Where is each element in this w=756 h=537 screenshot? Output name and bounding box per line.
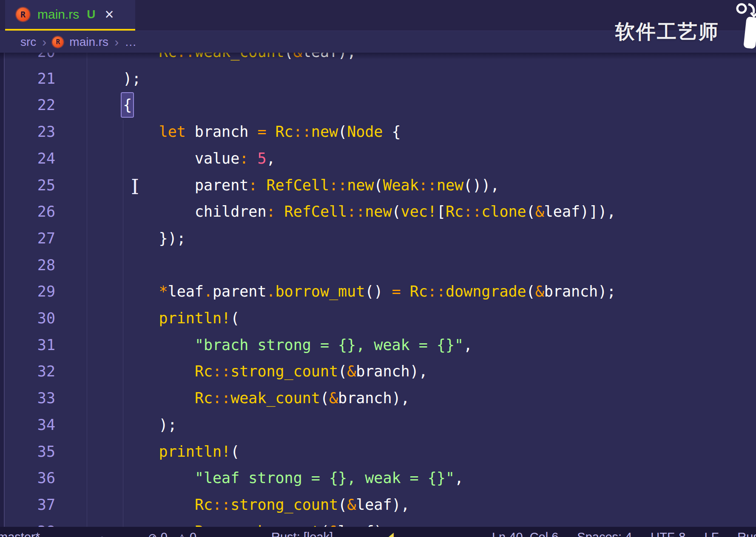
line-number: 33 [0, 385, 55, 412]
code-line: 36 "leaf strong = {}, weak = {}", [0, 465, 756, 492]
code-line: 25 parent: RefCell::new(Weak::new()), [0, 172, 756, 199]
breadcrumb-file[interactable]: main.rs [69, 35, 108, 49]
code-text: parent: RefCell::new(Weak::new()), [87, 172, 499, 199]
line-number: 34 [0, 412, 55, 438]
channel-watermark: 软件工艺师 [615, 19, 719, 45]
line-number: 29 [0, 278, 55, 305]
warning-count: 0 [190, 530, 196, 537]
encoding-status[interactable]: UTF-8 [651, 529, 685, 537]
code-line: 37 Rc::strong_count(&leaf), [0, 492, 756, 518]
code-text: "leaf strong = {}, weak = {}", [87, 465, 463, 492]
rust-analyzer-status[interactable]: Rust: [leak] [271, 529, 333, 537]
line-number: 25 [0, 172, 55, 199]
code-text: }); [87, 225, 186, 252]
code-text: value: 5, [87, 145, 276, 172]
line-number: 26 [0, 198, 55, 225]
ibeam-cursor: I [131, 175, 139, 199]
code-line: 31 "brach strong = {}, weak = {}", [0, 332, 756, 359]
code-line: 32 Rc::strong_count(&branch), [0, 358, 756, 385]
line-number: 32 [0, 358, 55, 385]
code-text: *leaf.parent.borrow_mut() = Rc::downgrad… [87, 278, 616, 305]
code-line: 28 [0, 252, 756, 279]
code-text: Rc::weak_count(&leaf) [87, 518, 383, 527]
channel-logo-icon [736, 2, 756, 52]
close-icon[interactable]: × [105, 7, 114, 22]
code-line: 30 println!( [0, 305, 756, 332]
line-number: 38 [0, 518, 55, 527]
line-number: 22 [0, 92, 55, 119]
code-text: ); [87, 65, 141, 92]
code-line: 38 Rc::weak_count(&leaf) [0, 518, 756, 527]
sync-cloud-icon[interactable]: ☁ [94, 529, 107, 537]
code-line: 26 children: RefCell::new(vec![Rc::clone… [0, 198, 756, 225]
mouse-pointer-icon: ➤ [386, 529, 397, 537]
line-number: 27 [0, 225, 55, 252]
line-number: 35 [0, 438, 55, 465]
code-line: 23 let branch = Rc::new(Node { [0, 119, 756, 145]
code-text: { [87, 92, 132, 119]
code-text: println!( [87, 438, 239, 465]
git-branch-status[interactable]: master* [0, 529, 40, 537]
line-number: 23 [0, 119, 55, 145]
code-text: children: RefCell::new(vec![Rc::clone(&l… [87, 198, 616, 225]
git-untracked-badge: U [87, 8, 95, 21]
chevron-right-icon: › [114, 35, 119, 49]
rust-file-icon: R [52, 37, 63, 48]
code-line: 21 ); [0, 65, 756, 92]
code-text: Rc::weak_count(&leaf), [87, 53, 356, 65]
cursor-position-status[interactable]: Ln 40, Col 6 [492, 529, 558, 537]
status-right-group: Ln 40, Col 6 Spaces: 4 UTF-8 LF Rust [492, 529, 756, 537]
line-number: 28 [0, 252, 55, 279]
code-line: 35 println!( [0, 438, 756, 465]
code-line: 24 value: 5, [0, 145, 756, 172]
code-line: 33 Rc::weak_count(&branch), [0, 385, 756, 412]
line-number: 31 [0, 332, 55, 359]
code-text: println!( [87, 305, 239, 332]
error-count: 0 [161, 530, 168, 537]
code-line: 27 }); [0, 225, 756, 252]
tab-main-rs[interactable]: R main.rs U × [5, 0, 135, 31]
code-line: 29 *leaf.parent.borrow_mut() = Rc::downg… [0, 278, 756, 305]
language-mode-status[interactable]: Rust [737, 529, 756, 537]
code-line: 20 Rc::weak_count(&leaf), [0, 53, 756, 65]
code-text: Rc::weak_count(&branch), [87, 385, 410, 412]
rust-file-icon: R [16, 8, 30, 21]
indentation-status[interactable]: Spaces: 4 [577, 529, 632, 537]
warning-icon: △ [178, 531, 186, 537]
tab-title: main.rs [37, 7, 79, 22]
chevron-right-icon: › [42, 35, 46, 49]
line-number: 20 [0, 53, 55, 65]
status-bar: master* ☁ ⊘0 △0 Rust: [leak] ➤ Ln 40, Co… [0, 527, 756, 537]
line-number: 36 [0, 465, 55, 492]
line-number: 24 [0, 145, 55, 172]
breadcrumb-folder[interactable]: src [20, 35, 36, 49]
breadcrumb-symbol-ellipsis[interactable]: … [125, 35, 136, 49]
code-text: ); [87, 412, 177, 438]
code-text: "brach strong = {}, weak = {}", [87, 332, 472, 359]
code-editor[interactable]: 20 Rc::weak_count(&leaf),21 );22 {23 let… [0, 53, 756, 527]
code-text: Rc::strong_count(&branch), [87, 358, 428, 385]
code-text: let branch = Rc::new(Node { [87, 119, 401, 145]
problems-status[interactable]: ⊘0 △0 [148, 529, 196, 537]
error-icon: ⊘ [148, 531, 157, 537]
line-number: 30 [0, 305, 55, 332]
code-line: 22 { [0, 92, 756, 119]
code-line: 34 ); [0, 412, 756, 438]
eol-status[interactable]: LF [705, 529, 719, 537]
code-text: Rc::strong_count(&leaf), [87, 492, 410, 518]
line-number: 37 [0, 492, 55, 518]
line-number: 21 [0, 65, 55, 92]
